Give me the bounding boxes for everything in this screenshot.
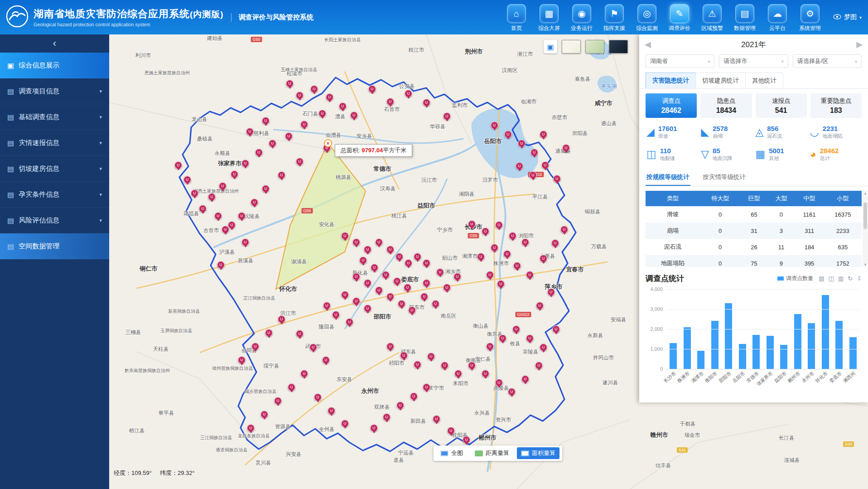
hazard-point-marker[interactable]: ∪: [199, 205, 207, 213]
hazard-point-marker[interactable]: ∪: [521, 238, 529, 246]
nav-item-cloud[interactable]: ☁云平台: [762, 4, 792, 32]
hazard-point-marker[interactable]: ∪: [278, 315, 285, 323]
hazard-point-marker[interactable]: ∪: [423, 279, 430, 287]
chart-bar[interactable]: [711, 321, 719, 369]
tab-切坡建房统计[interactable]: 切坡建房统计: [695, 73, 746, 88]
hazard-point-marker[interactable]: ∪: [393, 277, 401, 285]
hazard-point-marker[interactable]: ∪: [518, 140, 526, 147]
hazard-point-marker[interactable]: ∪: [482, 228, 489, 235]
hazard-point-marker[interactable]: ∪: [504, 131, 512, 138]
hazard-point-marker[interactable]: ∪: [386, 246, 394, 253]
hazard-point-marker[interactable]: ∪: [296, 330, 304, 338]
hazard-point-marker[interactable]: ∪: [328, 407, 335, 415]
hazard-point-marker[interactable]: ∪: [463, 436, 470, 444]
hazard-point-marker[interactable]: ∪: [269, 140, 276, 147]
hazard-point-marker[interactable]: ∪: [512, 325, 520, 333]
user-menu[interactable]: 梦图 ▾: [833, 13, 862, 21]
region-select-1[interactable]: 请选择市▾: [719, 54, 788, 68]
hazard-point-marker[interactable]: ∪: [477, 253, 485, 261]
basemap-thumb-terrain[interactable]: [585, 40, 604, 53]
region-select-2[interactable]: 请选择县/区▾: [793, 54, 862, 68]
table-scrollbar[interactable]: ▲ ▼: [863, 191, 868, 267]
chart-bar[interactable]: [725, 303, 732, 369]
hazard-point-marker[interactable]: ∪: [491, 121, 498, 129]
hazard-point-marker[interactable]: ∪: [386, 98, 394, 106]
chart-bar[interactable]: [697, 351, 704, 369]
hazard-point-marker[interactable]: ∪: [454, 370, 462, 378]
tab-其他统计[interactable]: 其他统计: [745, 73, 783, 88]
hazard-point-marker[interactable]: ∪: [228, 221, 236, 229]
hazard-point-marker[interactable]: ∪: [447, 427, 455, 435]
hazard-point-marker[interactable]: ∪: [241, 238, 249, 246]
hazard-point-marker[interactable]: ∪: [339, 102, 347, 110]
hazard-point-marker[interactable]: ∪: [260, 411, 268, 418]
sidebar-item-hazard-condition[interactable]: ▤孕灾条件信息▾: [0, 182, 109, 208]
scrollbar-thumb[interactable]: [863, 203, 867, 229]
hazard-point-marker[interactable]: ∪: [359, 257, 367, 264]
hazard-point-marker[interactable]: ∪: [495, 379, 503, 387]
hazard-point-marker[interactable]: ∪: [296, 158, 304, 165]
hazard-point-marker[interactable]: ∪: [208, 193, 216, 201]
chart-bar[interactable]: [752, 335, 760, 369]
sidebar-collapse-button[interactable]: ‹: [0, 34, 109, 53]
hazard-point-marker[interactable]: ∪: [551, 239, 559, 247]
hazard-point-marker[interactable]: ∪: [217, 261, 225, 269]
nav-item-business[interactable]: ◉业务运行: [567, 4, 597, 32]
hazard-point-marker[interactable]: ∪: [508, 388, 516, 396]
axis-icon[interactable]: ◫: [829, 275, 834, 282]
hazard-point-marker[interactable]: ∪: [222, 226, 229, 233]
bars-icon[interactable]: ▥: [838, 275, 844, 282]
hazard-point-marker[interactable]: ∪: [296, 92, 304, 99]
hazard-point-marker[interactable]: ∪: [375, 286, 383, 294]
hazard-point-marker[interactable]: ∪: [432, 300, 439, 308]
hazard-point-marker[interactable]: ∪: [562, 144, 570, 152]
sidebar-item-slope-housing[interactable]: ▤切坡建房信息▾: [0, 156, 109, 182]
nav-item-home[interactable]: ⌂首页: [502, 4, 531, 32]
chart-bar[interactable]: [794, 314, 801, 369]
hazard-point-marker[interactable]: ∪: [541, 161, 549, 169]
hazard-point-marker[interactable]: ∪: [410, 392, 418, 400]
hazard-point-marker[interactable]: ∪: [323, 302, 331, 310]
hazard-point-marker[interactable]: ∪: [423, 383, 430, 391]
hazard-point-marker[interactable]: ∪: [405, 259, 412, 267]
hazard-point-marker[interactable]: ∪: [468, 220, 476, 228]
hazard-point-marker[interactable]: ∪: [352, 273, 360, 281]
hazard-point-marker[interactable]: ∪: [509, 232, 516, 240]
stat-card-调查点[interactable]: 调查点28462: [646, 93, 697, 118]
chart-bar[interactable]: [822, 295, 829, 369]
hazard-point-marker[interactable]: ∪: [364, 246, 371, 253]
hazard-point-marker[interactable]: ∪: [285, 132, 293, 140]
prev-year-button[interactable]: ◀: [645, 39, 651, 49]
hazard-point-marker[interactable]: ∪: [341, 232, 349, 240]
basemap-thumb-satellite[interactable]: [609, 40, 628, 53]
hazard-point-marker[interactable]: ∪: [174, 161, 182, 169]
hazard-point-marker[interactable]: ∪: [274, 397, 282, 405]
hazard-point-marker[interactable]: ∪: [436, 268, 444, 276]
hazard-point-marker[interactable]: ∪: [441, 362, 448, 369]
hazard-point-marker[interactable]: ∪: [247, 424, 255, 432]
nav-item-data[interactable]: ▤数据管理: [730, 4, 760, 32]
hazard-point-marker[interactable]: ∪: [326, 93, 333, 101]
hazard-point-marker[interactable]: ∪: [420, 293, 428, 300]
hazard-point-marker[interactable]: ∪: [526, 334, 534, 342]
hazard-point-marker[interactable]: ∪: [414, 361, 421, 368]
hazard-point-marker[interactable]: ∪: [314, 393, 322, 401]
hazard-point-marker[interactable]: ∪: [238, 356, 246, 364]
hazard-point-marker[interactable]: ∪: [497, 280, 505, 288]
hazard-point-marker[interactable]: ∪: [241, 160, 249, 167]
hazard-point-marker[interactable]: ∪: [278, 171, 285, 179]
nav-item-bigscreen[interactable]: ▦综合大屏: [534, 4, 564, 32]
hazard-point-marker[interactable]: ∪: [288, 383, 295, 391]
hazard-point-marker[interactable]: ∪: [262, 185, 270, 193]
chart-bar[interactable]: [684, 327, 691, 369]
hazard-point-marker[interactable]: ∪: [482, 370, 489, 378]
hazard-point-marker[interactable]: ∪: [395, 253, 403, 261]
scroll-up-icon[interactable]: ▲: [863, 192, 868, 195]
hazard-point-marker[interactable]: ∪: [540, 131, 547, 138]
hazard-point-marker[interactable]: ∪: [246, 128, 254, 136]
nav-item-system[interactable]: ⚙系统管理: [795, 4, 825, 32]
chart-bar[interactable]: [670, 343, 677, 369]
hazard-point-marker[interactable]: ∪: [341, 291, 349, 299]
tab-灾害隐患统计[interactable]: 灾害隐患统计: [646, 73, 696, 88]
hazard-point-marker[interactable]: ∪: [238, 212, 246, 220]
